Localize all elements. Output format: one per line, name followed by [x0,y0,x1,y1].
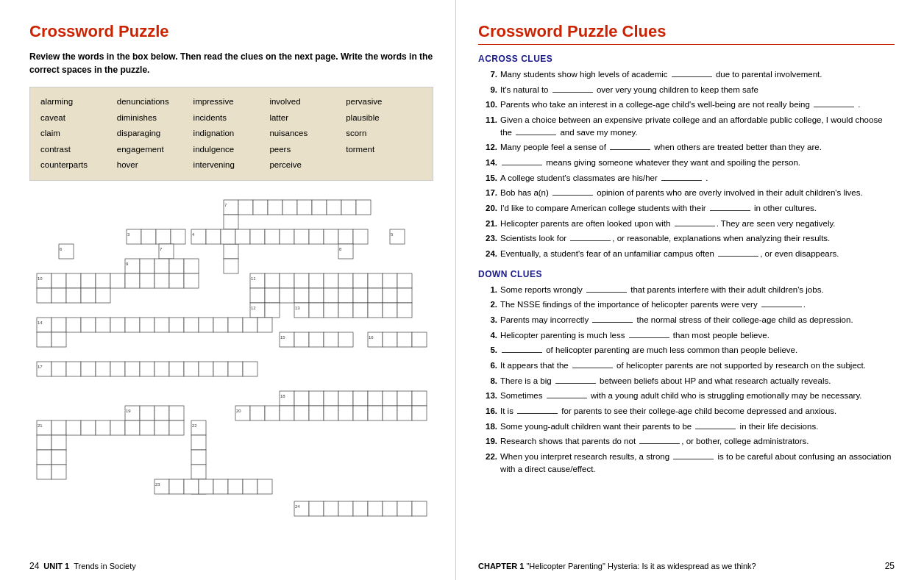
word-20: torment [346,143,422,157]
left-page: Crossword Puzzle Review the words in the… [0,0,456,580]
clue-down-22: 22. When you interpret research results,… [478,451,895,475]
word-14: nuisances [269,126,346,141]
svg-rect-90 [294,303,309,318]
svg-rect-178 [66,420,81,435]
svg-rect-3 [253,200,268,215]
svg-rect-163 [250,406,265,420]
svg-rect-166 [294,406,309,420]
svg-text:14: 14 [38,321,43,325]
word-8: incidents [193,111,270,126]
down-clues-list: 1. Some reports wrongly that parents int… [478,284,895,476]
svg-rect-44 [154,259,169,273]
svg-rect-77 [265,288,280,303]
svg-rect-189 [51,435,66,450]
right-page: Crossword Puzzle Clues ACROSS CLUES 7. M… [456,0,924,580]
clue-down-6: 6. It appears that the of helicopter par… [478,359,895,372]
svg-rect-4 [268,200,282,215]
svg-rect-210 [324,501,338,516]
svg-rect-158 [140,406,154,420]
svg-rect-23 [221,229,235,244]
svg-rect-32 [353,229,368,244]
svg-text:11: 11 [251,276,256,281]
svg-rect-137 [140,362,154,376]
svg-rect-195 [191,450,206,465]
svg-rect-7 [312,200,327,215]
svg-rect-168 [324,406,338,420]
word-2: denunciations [117,95,193,110]
svg-rect-213 [368,501,383,516]
svg-rect-50 [66,273,81,288]
svg-rect-98 [397,303,412,318]
svg-rect-39 [338,244,353,259]
svg-text:12: 12 [251,306,256,310]
svg-rect-105 [110,318,125,332]
svg-rect-129 [37,362,51,376]
svg-rect-175 [37,420,51,435]
svg-rect-141 [199,362,213,376]
right-title: Crossword Puzzle Clues [478,22,895,45]
svg-rect-138 [154,362,169,376]
svg-rect-59 [250,273,265,288]
svg-rect-196 [191,465,206,479]
svg-rect-214 [383,501,397,516]
svg-rect-203 [213,479,228,494]
svg-rect-99 [37,318,51,332]
svg-rect-76 [250,288,265,303]
svg-rect-183 [140,420,154,435]
svg-rect-86 [397,288,412,303]
svg-rect-184 [154,420,169,435]
word-6: caveat [40,111,117,126]
word-1: alarming [40,95,117,110]
svg-rect-37 [159,244,174,259]
left-title: Crossword Puzzle [29,22,433,41]
svg-rect-160 [169,406,184,420]
across-clues-list: 7. Many students show high levels of aca… [478,68,895,260]
svg-rect-31 [338,229,353,244]
svg-rect-14 [224,259,238,273]
svg-rect-127 [397,332,412,347]
word-3: impressive [193,95,270,110]
svg-rect-209 [309,501,324,516]
svg-rect-5 [282,200,297,215]
word-box: alarming denunciations impressive involv… [29,87,433,181]
svg-text:18: 18 [280,394,285,398]
clue-down-8: 8. There is a big between beliefs about … [478,375,895,387]
svg-rect-122 [324,332,338,347]
svg-rect-61 [265,273,280,288]
clue-across-9: 9. It's natural to over very young child… [478,84,895,96]
svg-rect-22 [206,229,221,244]
svg-rect-159 [154,406,169,420]
svg-rect-65 [324,273,338,288]
svg-rect-92 [309,303,324,318]
svg-rect-126 [383,332,397,347]
svg-rect-193 [51,465,66,479]
svg-rect-145 [280,391,294,406]
word-7: diminishes [117,111,193,126]
svg-rect-123 [338,332,353,347]
svg-rect-19 [171,229,185,244]
svg-rect-10 [356,200,371,215]
clue-down-5: 5. of helicopter parenting are much less… [478,344,895,357]
svg-rect-20 [191,229,206,244]
svg-rect-67 [353,273,368,288]
svg-rect-216 [412,501,427,516]
svg-rect-79 [294,288,309,303]
svg-rect-153 [383,391,397,406]
word-5: pervasive [346,95,422,110]
svg-rect-41 [125,259,140,273]
svg-rect-135 [110,362,125,376]
svg-rect-27 [280,229,294,244]
svg-rect-192 [37,465,51,479]
svg-rect-0 [224,200,238,215]
clue-across-24: 24. Eventually, a student's fear of an u… [478,248,895,260]
word-13: indignation [193,126,270,141]
clue-down-16: 16. It is for parents to see their colle… [478,405,895,418]
svg-rect-45 [169,259,184,273]
svg-rect-156 [125,406,140,420]
word-16: contrast [40,143,117,157]
svg-rect-11 [224,215,238,229]
svg-rect-68 [368,273,383,288]
svg-rect-113 [228,318,243,332]
svg-rect-136 [125,362,140,376]
svg-rect-70 [397,273,412,288]
